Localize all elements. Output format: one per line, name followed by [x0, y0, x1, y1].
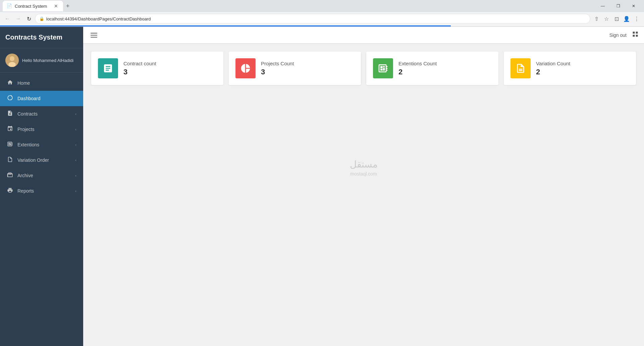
projects-icon: [7, 126, 13, 133]
browser-tab[interactable]: 📄 Contract System ✕: [3, 1, 63, 11]
watermark: مستقل mostaql.com: [91, 152, 636, 183]
reports-icon: [7, 187, 13, 195]
extentions-chevron-icon: ‹: [75, 143, 76, 147]
projects-count-info: Projects Count 3: [261, 61, 294, 76]
contracts-icon: [7, 110, 13, 118]
sidebar-item-extentions-label: Extentions: [17, 142, 71, 147]
contract-count-label: Contract count: [123, 61, 156, 66]
contract-count-icon: [103, 63, 113, 74]
projects-count-icon: [240, 63, 251, 74]
sidebar-item-archive-label: Archive: [17, 173, 71, 178]
nav-action-buttons: ⇧ ☆ ⊡ 👤 ⋮: [592, 14, 641, 23]
address-bar[interactable]: 🔒 localhost:44394/DashboardPages/Contrac…: [35, 14, 590, 24]
top-bar: Sign out: [83, 27, 644, 44]
contracts-chevron-icon: ‹: [75, 112, 76, 116]
watermark-latin: mostaql.com: [98, 171, 629, 177]
sidebar-item-reports[interactable]: Reports ‹: [0, 183, 83, 199]
hamburger-line-1: [91, 33, 97, 33]
stat-card-projects-count: Projects Count 3: [229, 52, 361, 85]
projects-chevron-icon: ‹: [75, 127, 76, 131]
sidebar-item-contracts[interactable]: Contracts ‹: [0, 106, 83, 122]
watermark-arabic: مستقل: [98, 159, 629, 170]
tab-title: Contract System: [15, 4, 47, 9]
sidebar-item-home-label: Home: [17, 80, 76, 86]
stats-grid: Contract count 3 Projects Count 3: [91, 52, 636, 85]
sidebar-item-contracts-label: Contracts: [17, 111, 71, 117]
sidebar-item-variation-order[interactable]: Variation Order ‹: [0, 152, 83, 168]
avatar: [5, 54, 19, 67]
hamburger-line-2: [91, 35, 97, 36]
window-controls: — ❐ ✕: [595, 0, 641, 12]
variation-count-icon: [515, 63, 526, 74]
menu-button[interactable]: ⋮: [632, 14, 641, 23]
dashboard-icon: [7, 95, 13, 102]
svg-point-3: [10, 56, 14, 61]
tab-close-button[interactable]: ✕: [53, 3, 59, 9]
forward-button[interactable]: →: [13, 14, 23, 23]
sidebar-item-variation-order-label: Variation Order: [17, 157, 71, 163]
bookmark-button[interactable]: ☆: [602, 14, 611, 23]
sidebar-item-archive[interactable]: Archive ‹: [0, 168, 83, 183]
contract-count-value: 3: [123, 68, 156, 76]
lock-icon: 🔒: [39, 16, 44, 21]
reports-chevron-icon: ‹: [75, 189, 76, 193]
refresh-button[interactable]: ↻: [24, 14, 34, 23]
dashboard-content: Contract count 3 Projects Count 3: [83, 44, 644, 346]
variation-order-chevron-icon: ‹: [75, 158, 76, 162]
user-greeting: Hello Mohammed AlHadidi: [22, 58, 73, 63]
stat-card-variation-count: Variation Count 2: [504, 52, 636, 85]
extentions-icon: [7, 141, 13, 148]
contract-count-info: Contract count 3: [123, 61, 156, 76]
avatar-svg: [5, 54, 19, 67]
sidebar-item-projects[interactable]: Projects ‹: [0, 122, 83, 137]
extentions-count-label: Extentions Count: [398, 61, 437, 66]
extentions-count-info: Extentions Count 2: [398, 61, 437, 76]
home-icon: [7, 79, 13, 87]
projects-count-label: Projects Count: [261, 61, 294, 66]
sign-out-button[interactable]: Sign out: [609, 32, 627, 38]
sidebar: Contracts System Hello Mohammed AlHadidi…: [0, 27, 83, 346]
nav-bar: ← → ↻ 🔒 localhost:44394/DashboardPages/C…: [0, 12, 644, 25]
share-button[interactable]: ⇧: [592, 14, 601, 23]
projects-count-icon-box: [235, 58, 256, 78]
variation-order-icon: [7, 156, 13, 164]
variation-count-value: 2: [536, 68, 570, 76]
sidebar-item-home[interactable]: Home: [0, 75, 83, 91]
sidebar-title: Contracts System: [0, 27, 83, 48]
minimize-button[interactable]: —: [595, 0, 610, 12]
projects-count-value: 3: [261, 68, 294, 76]
split-view-button[interactable]: ⊡: [612, 14, 621, 23]
grid-icon[interactable]: [632, 31, 639, 39]
browser-chrome: 📄 Contract System ✕ + — ❐ ✕ ← → ↻ 🔒 loca…: [0, 0, 644, 27]
extentions-count-value: 2: [398, 68, 437, 76]
contract-count-icon-box: [98, 58, 118, 78]
main-content: Sign out Contract count: [83, 27, 644, 346]
title-bar: 📄 Contract System ✕ + — ❐ ✕: [0, 0, 644, 12]
app-layout: Contracts System Hello Mohammed AlHadidi…: [0, 27, 644, 346]
hamburger-button[interactable]: [89, 30, 99, 41]
archive-icon: [7, 172, 13, 179]
variation-count-label: Variation Count: [536, 61, 570, 66]
tab-favicon-icon: 📄: [7, 3, 12, 9]
variation-count-info: Variation Count 2: [536, 61, 570, 76]
sidebar-item-dashboard[interactable]: Dashboard: [0, 91, 83, 106]
restore-button[interactable]: ❐: [610, 0, 626, 12]
extentions-count-icon: [378, 63, 388, 74]
profile-button[interactable]: 👤: [622, 14, 631, 23]
sidebar-item-dashboard-label: Dashboard: [17, 96, 76, 101]
new-tab-button[interactable]: +: [63, 1, 72, 11]
loading-bar: [0, 25, 644, 26]
stat-card-extentions-count: Extentions Count 2: [366, 52, 498, 85]
back-button[interactable]: ←: [3, 14, 12, 23]
close-button[interactable]: ✕: [626, 0, 641, 12]
sidebar-item-projects-label: Projects: [17, 127, 71, 132]
stat-card-contract-count: Contract count 3: [91, 52, 223, 85]
sidebar-user: Hello Mohammed AlHadidi: [0, 48, 83, 73]
sidebar-item-extentions[interactable]: Extentions ‹: [0, 137, 83, 152]
sidebar-item-reports-label: Reports: [17, 188, 71, 194]
top-bar-right: Sign out: [609, 31, 639, 39]
extentions-count-icon-box: [373, 58, 393, 78]
sidebar-nav: Home Dashboard Contracts ‹: [0, 73, 83, 346]
archive-chevron-icon: ‹: [75, 174, 76, 178]
address-text: localhost:44394/DashboardPages/ContractD…: [46, 16, 586, 21]
